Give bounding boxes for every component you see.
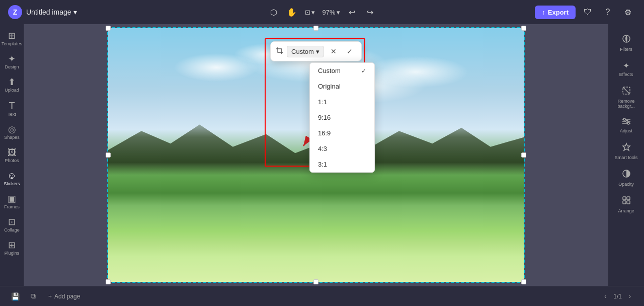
right-sidebar-item-adjust[interactable]: Adjust <box>610 114 642 137</box>
handle-bottom-left[interactable] <box>106 279 111 284</box>
dropdown-item-16-9[interactable]: 16:9 <box>310 125 374 141</box>
export-icon: ↑ <box>542 9 545 16</box>
sidebar-item-frames[interactable]: ▣ Frames <box>1 191 23 212</box>
right-sidebar-filters-label: Filters <box>620 47 632 52</box>
sidebar-item-text[interactable]: T Text <box>1 98 23 120</box>
dropdown-item-1-1[interactable]: 1:1 <box>310 94 374 110</box>
dropdown-item-9-16[interactable]: 9:16 <box>310 110 374 125</box>
select-tool-btn[interactable]: ⬡ <box>266 4 282 20</box>
svg-point-9 <box>627 122 629 124</box>
right-sidebar-item-smart-tools[interactable]: Smart tools <box>610 138 642 164</box>
crop-ratio-btn[interactable]: Custom ▾ <box>287 46 324 57</box>
handle-bottom-right[interactable] <box>521 279 526 284</box>
templates-icon: ⊞ <box>8 31 16 40</box>
sidebar-item-stickers[interactable]: ☺ Stickers <box>1 168 23 189</box>
page-indicator: 1/1 <box>613 293 622 300</box>
crop-confirm-btn[interactable]: ✓ <box>343 45 356 58</box>
topbar-center: ⬡ ✋ ⊡ ▾ 97% ▾ ↩ ↪ <box>266 4 378 20</box>
right-sidebar-item-remove-bg[interactable]: Remove backgr... <box>610 82 642 113</box>
sidebar-item-photos-label: Photos <box>5 158 19 163</box>
topbar-right: ↑ Export 🛡 ? ⚙ <box>535 4 636 20</box>
sidebar-item-shapes-label: Shapes <box>4 135 20 140</box>
svg-rect-14 <box>627 201 630 204</box>
doc-title-chevron: ▾ <box>73 8 77 16</box>
frame-icon: ⊡ <box>305 9 310 16</box>
right-sidebar-arrange-label: Arrange <box>618 208 634 213</box>
design-icon: ✦ <box>8 54 16 63</box>
main-layout: ⊞ Templates ✦ Design ⬆ Upload T Text ◎ S… <box>0 24 644 286</box>
crop-toolbar: Custom ▾ ✕ ✓ <box>270 41 362 61</box>
frame-tool-btn[interactable]: ⊡ ▾ <box>302 4 318 20</box>
export-btn[interactable]: ↑ Export <box>535 6 576 19</box>
shield-icon-btn[interactable]: 🛡 <box>580 4 596 20</box>
sidebar-item-photos[interactable]: 🖼 Photos <box>1 145 23 166</box>
dropdown-item-custom-label: Custom <box>318 67 341 74</box>
crop-icon <box>276 47 284 56</box>
right-sidebar: Filters ✦ Effects Remove backgr... <box>608 24 644 286</box>
sidebar-item-design[interactable]: ✦ Design <box>1 51 23 72</box>
sidebar-item-upload-label: Upload <box>5 88 19 93</box>
photos-icon: 🖼 <box>8 148 17 157</box>
right-sidebar-remove-bg-label: Remove backgr... <box>612 99 640 109</box>
dropdown-item-1-1-label: 1:1 <box>318 98 327 106</box>
bottom-right: ‹ 1/1 › <box>599 290 636 302</box>
copy-icon-btn[interactable]: ⧉ <box>26 289 40 303</box>
settings-icon-btn[interactable]: ⚙ <box>620 4 636 20</box>
handle-bottom-middle[interactable] <box>313 279 318 284</box>
svg-rect-11 <box>623 197 626 200</box>
zoom-control[interactable]: 97% ▾ <box>320 9 342 16</box>
crop-close-btn[interactable]: ✕ <box>327 45 340 58</box>
sidebar-item-upload[interactable]: ⬆ Upload <box>1 74 23 96</box>
doc-title[interactable]: Untitled image ▾ <box>26 8 77 16</box>
sidebar-item-text-label: Text <box>8 112 16 117</box>
svg-point-7 <box>623 118 625 120</box>
sidebar-item-plugins[interactable]: ⊞ Plugins <box>1 238 23 259</box>
sidebar-item-collage[interactable]: ⊡ Collage <box>1 214 23 236</box>
handle-top-left[interactable] <box>106 26 111 31</box>
undo-btn[interactable]: ↩ <box>344 4 360 20</box>
svg-rect-13 <box>623 201 626 204</box>
sidebar-item-shapes[interactable]: ◎ Shapes <box>1 122 23 143</box>
dropdown-item-4-3[interactable]: 4:3 <box>310 141 374 157</box>
adjust-icon <box>622 118 631 127</box>
handle-top-middle[interactable] <box>313 26 318 31</box>
crop-ratio-chevron: ▾ <box>316 48 319 55</box>
sidebar-item-plugins-label: Plugins <box>5 251 20 256</box>
help-icon-btn[interactable]: ? <box>600 4 616 20</box>
right-sidebar-item-effects[interactable]: ✦ Effects <box>610 57 642 81</box>
dropdown-item-4-3-label: 4:3 <box>318 145 327 152</box>
arrange-icon <box>622 196 631 207</box>
handle-top-right[interactable] <box>521 26 526 31</box>
zoom-value: 97% <box>322 9 335 16</box>
next-page-btn[interactable]: › <box>624 290 636 302</box>
remove-bg-icon <box>622 86 631 97</box>
right-sidebar-adjust-label: Adjust <box>620 128 632 133</box>
close-icon: ✕ <box>331 47 337 55</box>
right-sidebar-item-filters[interactable]: Filters <box>610 30 642 56</box>
effects-icon: ✦ <box>623 61 629 70</box>
dropdown-item-3-1[interactable]: 3:1 <box>310 157 374 172</box>
svg-point-8 <box>626 120 628 122</box>
hand-tool-btn[interactable]: ✋ <box>284 4 300 20</box>
redo-btn[interactable]: ↪ <box>362 4 378 20</box>
dropdown-item-custom[interactable]: Custom ✓ <box>310 63 374 79</box>
sidebar-item-frames-label: Frames <box>4 204 20 209</box>
canvas-area[interactable]: Custom ▾ ✕ ✓ Custom ✓ Original 1:1 9 <box>24 24 608 286</box>
check-icon: ✓ <box>347 47 353 55</box>
sidebar-item-templates[interactable]: ⊞ Templates <box>1 28 23 49</box>
save-icon-btn[interactable]: 💾 <box>8 289 22 303</box>
right-sidebar-item-opacity[interactable]: Opacity <box>610 165 642 191</box>
right-sidebar-item-arrange[interactable]: Arrange <box>610 192 642 217</box>
sidebar-item-collage-label: Collage <box>4 227 20 233</box>
dropdown-item-3-1-label: 3:1 <box>318 161 327 168</box>
add-page-btn[interactable]: + Add page <box>44 291 84 302</box>
dropdown-item-9-16-label: 9:16 <box>318 114 331 121</box>
opacity-icon <box>622 169 631 180</box>
handle-middle-left[interactable] <box>106 152 111 158</box>
dropdown-item-original[interactable]: Original <box>310 79 374 94</box>
handle-middle-right[interactable] <box>521 152 526 158</box>
doc-title-text: Untitled image <box>26 8 71 16</box>
prev-page-btn[interactable]: ‹ <box>599 290 611 302</box>
svg-rect-12 <box>627 197 630 200</box>
right-sidebar-smart-tools-label: Smart tools <box>615 155 638 160</box>
